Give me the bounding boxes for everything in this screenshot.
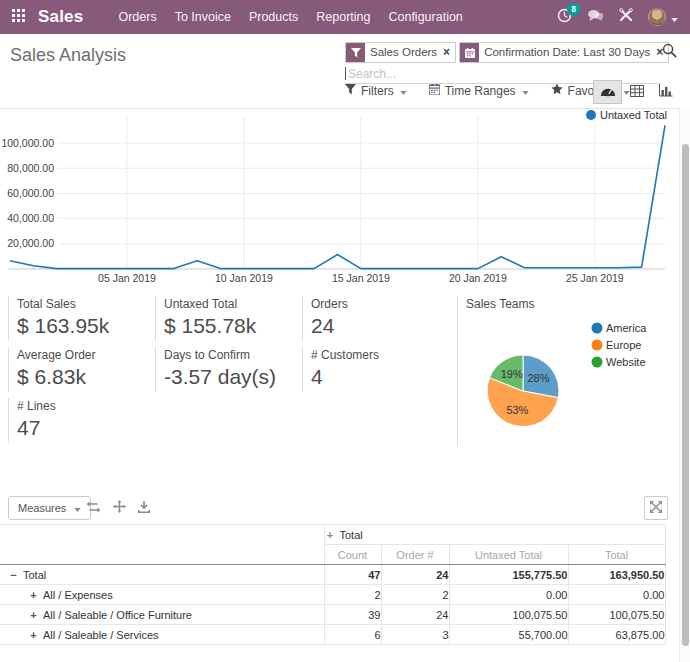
kpi-label: Days to Confirm: [164, 347, 302, 362]
pivot-cell[interactable]: 2: [324, 585, 381, 605]
pivot-row-header-all-expenses[interactable]: +All / Expenses: [0, 585, 324, 605]
kpi-card-average-order[interactable]: Average Order$ 6.83k: [8, 347, 155, 392]
pivot-tools: [86, 500, 150, 513]
svg-text:10 Jan 2019: 10 Jan 2019: [215, 272, 273, 284]
dashboard-view-button[interactable]: [593, 80, 622, 104]
vertical-scrollbar[interactable]: [679, 108, 690, 662]
pivot-cell[interactable]: 2: [381, 585, 449, 605]
search-facets: Sales Orders×Confirmation Date: Last 30 …: [345, 42, 669, 63]
kpi-card-orders[interactable]: Orders24: [302, 296, 457, 341]
pivot-cell[interactable]: 39: [324, 605, 381, 625]
pivot-cell[interactable]: 100,075.50: [449, 605, 568, 625]
menu-item-reporting[interactable]: Reporting: [307, 0, 379, 34]
kpi-card-untaxed-total[interactable]: Untaxed Total$ 155.78k: [155, 296, 302, 341]
pivot-column-group-header[interactable]: +Total: [324, 525, 665, 545]
pivot-cell[interactable]: 100,075.50: [568, 605, 665, 625]
filter-icon: [346, 43, 365, 62]
kpi-label: Average Order: [17, 347, 155, 362]
pivot-cell[interactable]: 0.00: [568, 585, 665, 605]
pivot-cell[interactable]: 47: [324, 565, 381, 585]
download-icon[interactable]: [138, 500, 150, 513]
search-facet-0[interactable]: Sales Orders×: [345, 42, 456, 63]
pivot-column-header-order[interactable]: Order #: [381, 545, 449, 565]
plus-expander-icon[interactable]: +: [28, 589, 39, 601]
facet-remove-icon[interactable]: ×: [442, 43, 455, 62]
app-title[interactable]: Sales: [38, 7, 83, 27]
developer-tools-icon: [619, 8, 633, 26]
pivot-row-header-all-saleable-services[interactable]: +All / Saleable / Services: [0, 625, 324, 645]
svg-text:100,000.00: 100,000.00: [1, 137, 54, 149]
activity-badge: 8: [567, 3, 580, 16]
menu-item-to-invoice[interactable]: To Invoice: [166, 0, 240, 34]
menu-item-products[interactable]: Products: [240, 0, 307, 34]
measures-button[interactable]: Measures: [8, 496, 91, 520]
flip-axis-icon[interactable]: [86, 500, 101, 513]
search-facet-1[interactable]: Confirmation Date: Last 30 Days×: [459, 42, 669, 63]
filters-label: Filters: [361, 84, 394, 98]
activities-button[interactable]: 8: [557, 8, 572, 27]
pivot-cell[interactable]: 0.00: [449, 585, 568, 605]
pivot-cell[interactable]: 3: [381, 625, 449, 645]
kpi-card-days-to-confirm[interactable]: Days to Confirm-3.57 day(s): [155, 347, 302, 392]
kpi-card-customers[interactable]: # Customers4: [302, 347, 457, 392]
graph-view-button[interactable]: [651, 80, 680, 104]
svg-text:20,000.00: 20,000.00: [7, 237, 54, 249]
kpi-label: Orders: [311, 296, 457, 311]
pivot-cell[interactable]: 24: [381, 605, 449, 625]
expand-section-button[interactable]: [644, 496, 668, 520]
developer-tools-button[interactable]: [619, 8, 633, 26]
kpi-value: $ 155.78k: [164, 314, 302, 338]
sales-teams-pie-chart[interactable]: 28%53%19%AmericaEuropeWebsite: [458, 310, 684, 446]
pivot-cell[interactable]: 6: [324, 625, 381, 645]
kpi-card-lines[interactable]: # Lines47: [8, 398, 155, 443]
scrollbar-thumb[interactable]: [682, 144, 689, 646]
minus-expander-icon[interactable]: −: [8, 569, 19, 581]
svg-text:28%: 28%: [527, 372, 549, 384]
filter-bar: Filters Time Ranges Favorites: [345, 83, 630, 98]
apps-menu-button[interactable]: [0, 0, 36, 34]
pivot-row-label: All / Saleable / Services: [43, 629, 159, 641]
star-icon: [551, 83, 563, 98]
pivot-toolbar: Measures: [0, 496, 690, 520]
kpi-card-total-sales[interactable]: Total Sales$ 163.95k: [8, 296, 155, 341]
svg-text:Website: Website: [606, 356, 646, 368]
pivot-row-header-all-saleable-office-furniture[interactable]: +All / Saleable / Office Furniture: [0, 605, 324, 625]
menu-item-configuration[interactable]: Configuration: [379, 0, 471, 34]
svg-text:25 Jan 2019: 25 Jan 2019: [566, 272, 624, 284]
pivot-row-label: Total: [23, 569, 46, 581]
menu-item-orders[interactable]: Orders: [109, 0, 165, 34]
filter-icon: [345, 84, 356, 98]
svg-text:80,000.00: 80,000.00: [7, 162, 54, 174]
chevron-down-icon: [671, 8, 678, 26]
chevron-down-icon: [74, 502, 81, 514]
kpi-label: # Lines: [17, 398, 155, 413]
svg-text:15 Jan 2019: 15 Jan 2019: [332, 272, 390, 284]
pivot-row-label: All / Expenses: [43, 589, 113, 601]
pivot-view-button[interactable]: [622, 80, 651, 104]
breadcrumb[interactable]: Sales Analysis: [10, 45, 126, 66]
pivot-cell[interactable]: 155,775.50: [449, 565, 568, 585]
pivot-cell[interactable]: 24: [381, 565, 449, 585]
pivot-row-header-total[interactable]: −Total: [0, 565, 324, 585]
filters-button[interactable]: Filters: [345, 84, 407, 98]
kpi-value: $ 163.95k: [17, 314, 155, 338]
kpi-grid: Total Sales$ 163.95kUntaxed Total$ 155.7…: [8, 296, 457, 443]
expand-all-icon[interactable]: [113, 500, 126, 513]
user-menu-button[interactable]: [648, 8, 678, 26]
pivot-cell[interactable]: 55,700.00: [449, 625, 568, 645]
time-ranges-button[interactable]: Time Ranges: [429, 84, 529, 98]
sales-teams-panel: Sales Teams 28%53%19%AmericaEuropeWebsit…: [457, 296, 683, 446]
chevron-down-icon: [522, 84, 529, 98]
pivot-cell[interactable]: 63,875.00: [568, 625, 665, 645]
plus-expander-icon[interactable]: +: [28, 609, 39, 621]
plus-expander-icon[interactable]: +: [28, 629, 39, 641]
search-icon[interactable]: [662, 43, 677, 62]
plus-expander-icon[interactable]: +: [325, 529, 336, 541]
pivot-cell[interactable]: 163,950.50: [568, 565, 665, 585]
pivot-column-header-total[interactable]: Total: [568, 545, 665, 565]
text-cursor: [345, 67, 346, 80]
pivot-column-header-count[interactable]: Count: [324, 545, 381, 565]
svg-text:America: America: [606, 322, 647, 334]
pivot-column-header-untaxed-total[interactable]: Untaxed Total: [449, 545, 568, 565]
messages-button[interactable]: [587, 8, 604, 26]
